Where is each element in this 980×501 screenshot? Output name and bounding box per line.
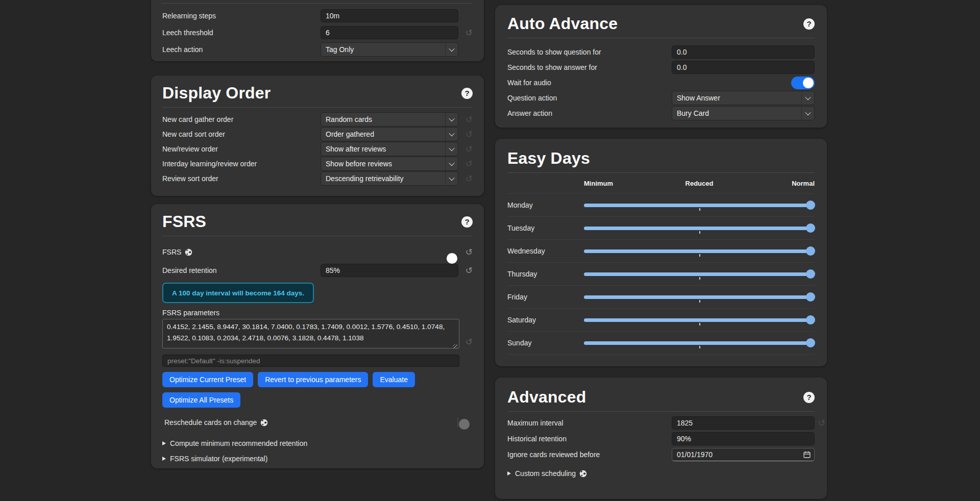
new-review-order-select[interactable]: Show after reviews [321, 142, 458, 156]
easy-days-card: Easy Days Minimum Reduced Normal Monday … [495, 139, 827, 366]
review-sort-order-select[interactable]: Descending retrievability [321, 171, 458, 186]
slider-knob[interactable] [806, 338, 815, 347]
advanced-card: Advanced Maximum interval Historical ret… [495, 378, 827, 499]
slider-knob[interactable] [806, 201, 815, 210]
new-card-sort-order-select[interactable]: Order gathered [321, 127, 458, 141]
evaluate-button[interactable]: Evaluate [373, 372, 414, 387]
easy-day-slider[interactable] [584, 315, 815, 325]
easy-days-header: Minimum Reduced Normal [507, 173, 815, 194]
reset-icon[interactable] [465, 130, 473, 139]
relearning-steps-label: Relearning steps [162, 12, 321, 20]
help-icon[interactable] [803, 392, 815, 403]
reset-icon[interactable] [465, 115, 473, 124]
custom-scheduling-label: Custom scheduling [515, 469, 576, 478]
fsrs-title: FSRS [162, 212, 206, 231]
relearning-steps-input[interactable] [321, 9, 458, 22]
reset-icon[interactable] [465, 29, 473, 37]
new-card-gather-order-select[interactable]: Random cards [321, 112, 458, 127]
fsrs-card: FSRS FSRS Desired retention A 100 day in… [151, 204, 484, 468]
ignore-before-date-input[interactable] [672, 448, 815, 461]
new-card-gather-order-row: New card gather order Random cards [162, 113, 473, 126]
resize-handle-icon[interactable] [453, 344, 457, 348]
toggle-knob [459, 419, 470, 430]
help-icon[interactable] [461, 216, 473, 228]
answer-action-label: Answer action [507, 109, 672, 117]
leech-threshold-input[interactable] [321, 26, 458, 39]
slider-tick [699, 254, 700, 257]
reset-icon[interactable] [465, 160, 473, 168]
calendar-icon[interactable] [803, 451, 811, 458]
easy-day-row-tuesday: Tuesday [507, 217, 815, 240]
reset-icon[interactable] [465, 174, 473, 183]
interday-order-select[interactable]: Show before reviews [321, 157, 458, 171]
slider-knob[interactable] [806, 269, 815, 279]
question-action-select[interactable]: Show Answer [672, 91, 815, 105]
easy-day-slider[interactable] [584, 338, 815, 348]
toggle-knob [447, 253, 457, 264]
ignore-before-row: Ignore cards reviewed before [507, 448, 815, 461]
seconds-answer-input[interactable] [672, 61, 815, 74]
help-icon[interactable] [461, 88, 473, 99]
easy-day-slider[interactable] [584, 200, 815, 210]
easy-day-row-friday: Friday [507, 286, 815, 309]
slider-track [584, 341, 814, 345]
interday-order-row: Interday learning/review order Show befo… [162, 158, 473, 170]
slider-knob[interactable] [806, 292, 815, 302]
ignore-before-label: Ignore cards reviewed before [507, 450, 672, 459]
seconds-answer-row: Seconds to show answer for [507, 61, 815, 74]
fsrs-simulator-collapse[interactable]: FSRS simulator (experimental) [162, 455, 473, 463]
chevron-down-icon [445, 43, 458, 56]
lapses-card: Relearning steps Leech threshold Leech a… [151, 0, 484, 61]
compute-retention-collapse[interactable]: Compute minimum recommended retention [162, 439, 473, 447]
optimize-all-presets-button[interactable]: Optimize All Presets [162, 392, 240, 408]
easy-day-row-thursday: Thursday [507, 263, 815, 286]
column-reduced: Reduced [685, 180, 714, 187]
maximum-interval-label: Maximum interval [507, 419, 672, 427]
answer-action-select[interactable]: Bury Card [672, 106, 815, 120]
slider-knob[interactable] [806, 223, 815, 233]
slider-tick [699, 277, 700, 280]
preset-filter-input[interactable] [162, 355, 459, 367]
easy-day-row-sunday: Sunday [507, 332, 815, 355]
reschedule-label: Reschedule cards on change [162, 418, 257, 427]
reset-icon[interactable] [818, 419, 825, 428]
compute-retention-label: Compute minimum recommended retention [170, 439, 307, 447]
section-divider [162, 3, 473, 4]
custom-scheduling-collapse[interactable]: Custom scheduling [507, 469, 815, 478]
chevron-down-icon [445, 157, 458, 170]
historical-retention-input[interactable] [672, 432, 815, 445]
maximum-interval-input[interactable] [672, 416, 815, 430]
globe-icon [260, 419, 268, 427]
seconds-question-input[interactable] [672, 45, 815, 59]
slider-knob[interactable] [806, 315, 815, 324]
reschedule-toggle[interactable] [457, 417, 458, 427]
slider-track [584, 227, 814, 230]
desired-retention-input[interactable] [321, 264, 458, 277]
slider-track [584, 204, 814, 207]
easy-day-slider[interactable] [584, 269, 815, 279]
chevron-down-icon [801, 107, 814, 120]
advanced-title: Advanced [507, 388, 586, 407]
revert-parameters-button[interactable]: Revert to previous parameters [258, 372, 368, 387]
reset-icon[interactable] [465, 248, 473, 257]
reset-icon[interactable] [465, 145, 473, 154]
easy-day-slider[interactable] [584, 223, 815, 233]
slider-knob[interactable] [806, 246, 815, 256]
wait-for-audio-toggle[interactable] [791, 77, 815, 89]
globe-icon [579, 470, 587, 478]
reset-icon[interactable] [465, 338, 473, 346]
optimize-current-preset-button[interactable]: Optimize Current Preset [162, 372, 253, 387]
fsrs-parameters-textarea[interactable]: 0.4152, 2.1455, 8.9447, 30.1814, 7.0400,… [162, 319, 459, 348]
easy-day-slider[interactable] [584, 246, 815, 256]
slider-track [584, 318, 814, 322]
reset-icon[interactable] [465, 266, 473, 275]
easy-day-slider[interactable] [584, 292, 815, 302]
help-icon[interactable] [803, 18, 815, 30]
slider-tick [699, 300, 700, 303]
display-order-title: Display Order [162, 84, 271, 103]
leech-action-select[interactable]: Tag Only [321, 42, 458, 57]
chevron-down-icon [445, 113, 458, 126]
wait-for-audio-row: Wait for audio [507, 76, 815, 89]
day-label: Sunday [507, 339, 584, 347]
new-card-sort-order-label: New card sort order [162, 130, 321, 138]
